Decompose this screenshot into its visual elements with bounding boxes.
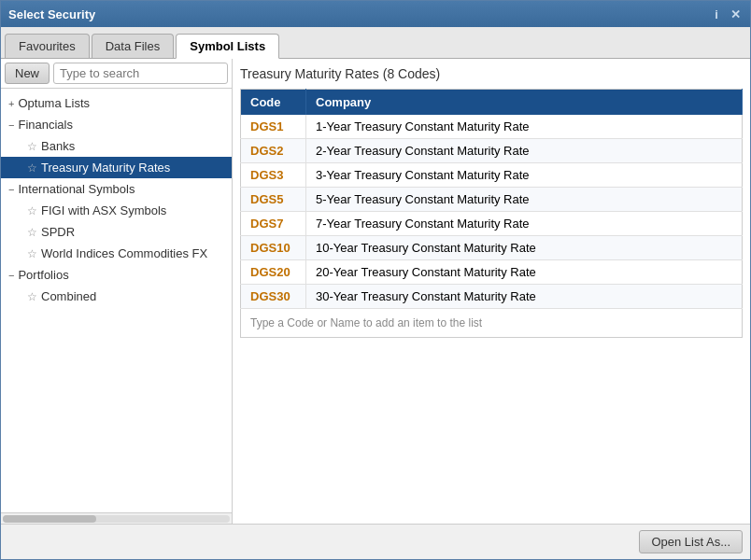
tree-item-figi-label: FIGI with ASX Symbols <box>41 203 166 217</box>
star-icon-treasury: ☆ <box>27 161 37 175</box>
bottom-bar: Open List As... <box>1 524 750 559</box>
tree-item-treasury[interactable]: ☆ Treasury Maturity Rates <box>1 157 232 178</box>
tree-group-financials[interactable]: − Financials <box>1 114 232 135</box>
right-panel: Treasury Maturity Rates (8 Codes) Code C… <box>233 59 750 524</box>
cell-code: DGS7 <box>241 212 306 236</box>
window-title: Select Security <box>8 7 95 21</box>
add-item-hint: Type a Code or Name to add an item to th… <box>240 309 743 338</box>
tree-item-spdr[interactable]: ☆ SPDR <box>1 221 232 243</box>
table-header-row: Code Company <box>241 90 743 116</box>
expand-icon-optuma: + <box>8 98 14 109</box>
info-button[interactable]: i <box>709 7 724 21</box>
tree-item-worldindices-label: World Indices Commodities FX <box>41 246 207 260</box>
tree-group-international[interactable]: − International Symbols <box>1 178 232 200</box>
tree-group-financials-label: Financials <box>18 118 73 132</box>
list-count: (8 Codes) <box>383 66 440 81</box>
table-row[interactable]: DGS22-Year Treasury Constant Maturity Ra… <box>241 139 743 163</box>
expand-icon-international: − <box>8 184 14 195</box>
open-list-button[interactable]: Open List As... <box>639 530 743 553</box>
tree-area: + Optuma Lists − Financials ☆ Banks ☆ Tr… <box>1 89 232 512</box>
tree-item-banks[interactable]: ☆ Banks <box>1 135 232 157</box>
star-icon-combined: ☆ <box>27 290 37 303</box>
tree-group-international-label: International Symbols <box>18 182 135 196</box>
scrollbar-track <box>3 515 230 523</box>
right-panel-title: Treasury Maturity Rates (8 Codes) <box>240 66 743 81</box>
cell-code: DGS3 <box>241 163 306 188</box>
tree-group-optuma[interactable]: + Optuma Lists <box>1 92 232 114</box>
tree-item-figi[interactable]: ☆ FIGI with ASX Symbols <box>1 200 232 221</box>
cell-code: DGS20 <box>241 260 306 285</box>
tab-favourites[interactable]: Favourites <box>5 34 90 58</box>
table-row[interactable]: DGS2020-Year Treasury Constant Maturity … <box>241 260 743 285</box>
tree-item-combined[interactable]: ☆ Combined <box>1 286 232 307</box>
new-button[interactable]: New <box>5 63 50 84</box>
tree-group-portfolios-label: Portfolios <box>18 268 68 282</box>
cell-code: DGS10 <box>241 236 306 260</box>
table-row[interactable]: DGS1010-Year Treasury Constant Maturity … <box>241 236 743 260</box>
tree-item-worldindices[interactable]: ☆ World Indices Commodities FX <box>1 243 232 264</box>
tree-item-treasury-label: Treasury Maturity Rates <box>41 161 170 175</box>
close-button[interactable]: ✕ <box>728 7 743 21</box>
tree-group-portfolios[interactable]: − Portfolios <box>1 264 232 286</box>
data-table: Code Company DGS11-Year Treasury Constan… <box>240 89 743 309</box>
horizontal-scrollbar[interactable] <box>1 512 232 524</box>
col-header-code: Code <box>241 90 306 116</box>
cell-company: 1-Year Treasury Constant Maturity Rate <box>306 115 743 139</box>
tab-symbollists[interactable]: Symbol Lists <box>176 34 279 59</box>
title-bar-buttons: i ✕ <box>709 7 743 21</box>
star-icon-worldindices: ☆ <box>27 247 37 260</box>
tabs-bar: Favourites Data Files Symbol Lists <box>1 27 750 59</box>
table-row[interactable]: DGS77-Year Treasury Constant Maturity Ra… <box>241 212 743 236</box>
table-row[interactable]: DGS33-Year Treasury Constant Maturity Ra… <box>241 163 743 188</box>
expand-icon-portfolios: − <box>8 270 14 281</box>
expand-icon-financials: − <box>8 119 14 131</box>
table-row[interactable]: DGS3030-Year Treasury Constant Maturity … <box>241 285 743 309</box>
tree-item-banks-label: Banks <box>41 139 75 153</box>
scrollbar-thumb <box>3 515 96 523</box>
main-window: Select Security i ✕ Favourites Data File… <box>0 0 751 560</box>
table-row[interactable]: DGS55-Year Treasury Constant Maturity Ra… <box>241 188 743 212</box>
cell-company: 2-Year Treasury Constant Maturity Rate <box>306 139 743 163</box>
tab-datafiles[interactable]: Data Files <box>92 34 175 58</box>
table-row[interactable]: DGS11-Year Treasury Constant Maturity Ra… <box>241 115 743 139</box>
tree-group-optuma-label: Optuma Lists <box>18 96 90 110</box>
cell-company: 5-Year Treasury Constant Maturity Rate <box>306 188 743 212</box>
star-icon-spdr: ☆ <box>27 226 37 239</box>
star-icon-banks: ☆ <box>27 140 37 153</box>
cell-company: 7-Year Treasury Constant Maturity Rate <box>306 212 743 236</box>
cell-company: 3-Year Treasury Constant Maturity Rate <box>306 163 743 188</box>
tree-item-spdr-label: SPDR <box>41 225 75 239</box>
content-area: New + Optuma Lists − Financials ☆ Banks <box>1 59 750 524</box>
list-title: Treasury Maturity Rates <box>240 66 379 81</box>
cell-code: DGS1 <box>241 115 306 139</box>
tree-item-combined-label: Combined <box>41 289 96 303</box>
left-panel: New + Optuma Lists − Financials ☆ Banks <box>1 59 233 524</box>
search-input[interactable] <box>53 63 228 84</box>
col-header-company: Company <box>306 90 743 116</box>
cell-company: 30-Year Treasury Constant Maturity Rate <box>306 285 743 309</box>
left-toolbar: New <box>1 59 232 89</box>
cell-code: DGS2 <box>241 139 306 163</box>
cell-company: 20-Year Treasury Constant Maturity Rate <box>306 260 743 285</box>
cell-code: DGS5 <box>241 188 306 212</box>
cell-company: 10-Year Treasury Constant Maturity Rate <box>306 236 743 260</box>
cell-code: DGS30 <box>241 285 306 309</box>
star-icon-figi: ☆ <box>27 204 37 217</box>
title-bar: Select Security i ✕ <box>1 1 750 27</box>
